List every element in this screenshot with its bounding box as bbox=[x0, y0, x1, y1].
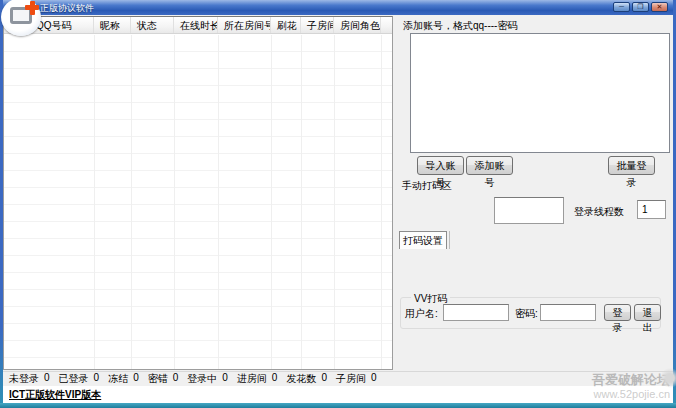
window-controls: ─ ❐ ✕ bbox=[613, 2, 668, 12]
close-button[interactable]: ✕ bbox=[651, 2, 668, 12]
vv-captcha-group: VV打码 用户名: 密码: 登录 退出 bbox=[400, 297, 661, 329]
status-logging-in: 登录中0 bbox=[187, 372, 228, 386]
vv-exit-button[interactable]: 退出 bbox=[634, 304, 661, 321]
column-header-role[interactable]: 房间角色 bbox=[334, 17, 381, 33]
status-frozen: 冻结0 bbox=[108, 372, 139, 386]
username-input[interactable] bbox=[443, 304, 509, 321]
captcha-settings-tab[interactable]: 打码设置 bbox=[399, 231, 447, 249]
column-header-subroom[interactable]: 子房间 bbox=[301, 17, 334, 33]
window-border-bottom bbox=[0, 403, 676, 408]
tab-edge-divider bbox=[449, 231, 450, 249]
app-window: { "window": { "title": "正版协议软件", "contro… bbox=[0, 0, 676, 408]
status-bar: 未登录0 已登录0 冻结0 密错0 登录中0 进房间0 发花数0 子房间0 bbox=[3, 371, 673, 386]
password-label: 密码: bbox=[515, 307, 538, 321]
username-label: 用户名: bbox=[405, 307, 438, 321]
login-threads-label: 登录线程数 bbox=[574, 205, 624, 219]
status-subroom: 子房间0 bbox=[336, 372, 377, 386]
account-table-header: QQ号码 昵称 状态 在线时长 所在房间号 刷花 子房间 房间角色 bbox=[4, 17, 392, 34]
password-input[interactable] bbox=[540, 304, 596, 321]
login-threads-input[interactable] bbox=[637, 200, 666, 219]
status-not-logged-in: 未登录0 bbox=[9, 372, 50, 386]
manual-captcha-label: 手动打码区 bbox=[402, 179, 452, 193]
add-account-button[interactable]: 添加账号 bbox=[466, 156, 513, 175]
window-title: 正版协议软件 bbox=[40, 2, 94, 15]
captcha-input[interactable] bbox=[494, 197, 564, 224]
control-panel: 添加账号，格式qq----密码 导入账号 添加账号 批量登录 手动打码区 登录线… bbox=[393, 16, 673, 370]
vv-login-button[interactable]: 登录 bbox=[604, 304, 631, 321]
minimize-button[interactable]: ─ bbox=[613, 2, 630, 12]
status-flowers-sent: 发花数0 bbox=[286, 372, 327, 386]
maximize-button[interactable]: ❐ bbox=[632, 2, 649, 12]
version-text: ICT正版软件VIP版本 bbox=[9, 388, 101, 402]
status-wrong-password: 密错0 bbox=[148, 372, 179, 386]
status-logged-in: 已登录0 bbox=[59, 372, 100, 386]
batch-login-button[interactable]: 批量登录 bbox=[608, 156, 655, 175]
account-table: QQ号码 昵称 状态 在线时长 所在房间号 刷花 子房间 房间角色 bbox=[3, 16, 393, 370]
column-header-flower[interactable]: 刷花 bbox=[271, 17, 301, 33]
column-header-status[interactable]: 状态 bbox=[131, 17, 174, 33]
column-header-online[interactable]: 在线时长 bbox=[174, 17, 218, 33]
add-account-label: 添加账号，格式qq----密码 bbox=[403, 19, 517, 33]
status-in-room: 进房间0 bbox=[237, 372, 278, 386]
footer-bar: ICT正版软件VIP版本 bbox=[3, 386, 673, 403]
account-input-textarea[interactable] bbox=[410, 33, 670, 153]
title-bar: 正版协议软件 ─ ❐ ✕ bbox=[0, 0, 676, 15]
column-header-room[interactable]: 所在房间号 bbox=[218, 17, 271, 33]
column-header-nickname[interactable]: 昵称 bbox=[94, 17, 131, 33]
import-account-button[interactable]: 导入账号 bbox=[417, 156, 464, 175]
